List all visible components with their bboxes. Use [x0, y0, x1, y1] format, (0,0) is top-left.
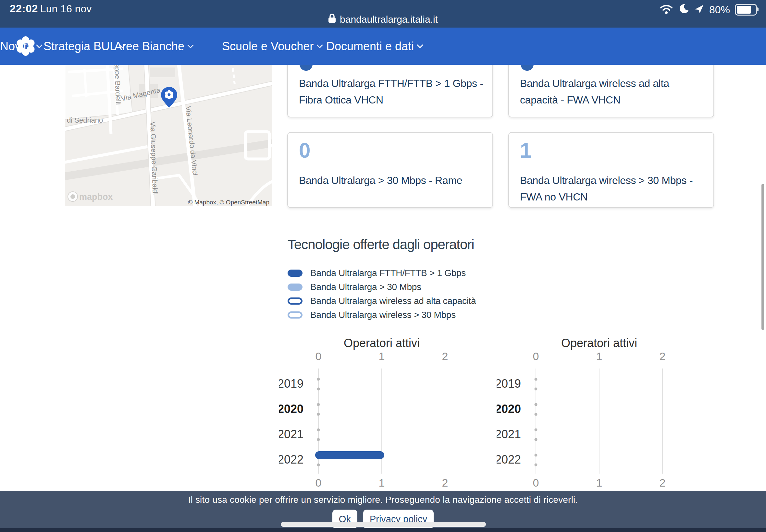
stat-number: 1 [520, 139, 532, 163]
address-bar[interactable]: bandaultralarga.italia.it [0, 13, 766, 25]
axis-tick-label: 2 [660, 477, 666, 489]
chart-zero-dot [535, 464, 538, 466]
operatori-attivi-chart-wireless: Operatori attivi0011222019202020212022 [497, 333, 698, 489]
url-text: bandaultralarga.italia.it [340, 14, 438, 25]
screen-bottom-edge [0, 528, 766, 532]
chart-zero-dot [535, 378, 538, 381]
main-navbar: Novità Strategia BUL Aree Bianche Scuole… [0, 28, 766, 65]
chart-zero-dot [317, 403, 320, 406]
nav-item-label: Documenti e dati [326, 40, 414, 53]
map-area-label: di Sedriano [67, 116, 103, 124]
chevron-down-icon [417, 42, 423, 48]
chart-title: Operatori attivi [561, 336, 637, 350]
year-label: 2021 [279, 428, 303, 441]
home-indicator [281, 522, 486, 527]
ipad-safari-screen: 22:02 Lun 16 nov 80% bandaultralarga.ita… [0, 0, 766, 532]
stat-card-rame: 0 Banda Ultralarga > 30 Mbps - Rame [287, 132, 493, 208]
legend-label: Banda Ultralarga FTTH/FTTB > 1 Gbps [310, 268, 466, 278]
nav-item-label: Aree Bianche [114, 40, 184, 53]
year-label: 2020 [497, 402, 521, 416]
chart-zero-dot [317, 464, 320, 466]
axis-tick-label: 0 [533, 477, 539, 489]
chart-zero-dot [535, 429, 538, 431]
chart-zero-dot [317, 388, 320, 391]
chart-zero-dot [535, 438, 538, 441]
legend-item-wireless-vhcn[interactable]: Banda Ultralarga wireless ad alta capaci… [287, 294, 476, 308]
chevron-down-icon [187, 42, 194, 48]
map-attribution: © Mapbox, © OpenStreetMap [188, 199, 269, 206]
axis-tick-label: 2 [660, 350, 666, 362]
legend-label: Banda Ultralarga > 30 Mbps [310, 282, 421, 292]
legend-swatch-outline-light [287, 311, 302, 319]
nav-item-label: Scuole e Voucher [222, 40, 313, 53]
chart-zero-dot [317, 438, 320, 441]
mapbox-logo: mapbox [68, 192, 113, 202]
chart-bar [315, 451, 384, 459]
nav-item-novita[interactable]: Novità [0, 28, 42, 65]
axis-tick-label: 1 [379, 350, 385, 362]
chart-zero-dot [317, 429, 320, 431]
svg-text:mapbox: mapbox [79, 192, 113, 202]
legend-swatch-solid-dark [287, 270, 302, 277]
year-label: 2022 [279, 453, 303, 466]
axis-tick-label: 1 [596, 477, 602, 489]
axis-tick-label: 1 [379, 477, 385, 489]
year-label: 2022 [497, 453, 521, 466]
axis-tick-label: 2 [442, 477, 448, 489]
cookie-message: Il sito usa cookie per offrire un serviz… [0, 495, 766, 505]
axis-tick-label: 2 [442, 350, 448, 362]
chart-zero-dot [535, 388, 538, 391]
legend-swatch-outline-dark [287, 297, 302, 305]
legend-item-ftth[interactable]: Banda Ultralarga FTTH/FTTB > 1 Gbps [287, 266, 476, 280]
chart-zero-dot [317, 413, 320, 416]
nav-item-label: Novità [0, 40, 33, 53]
legend-label: Banda Ultralarga wireless > 30 Mbps [310, 310, 456, 320]
chart-zero-dot [535, 454, 538, 457]
stat-card-label: Banda Ultralarga wireless > 30 Mbps - FW… [520, 172, 708, 205]
chart-zero-dot [535, 413, 538, 416]
location-map[interactable]: di Sedriano Via Giuseppe Bardelli Via Ma… [65, 65, 272, 206]
chevron-down-icon [36, 42, 43, 48]
lock-icon [328, 13, 336, 25]
axis-tick-label: 1 [596, 350, 602, 362]
year-label: 2019 [497, 377, 521, 390]
legend-swatch-solid-light [287, 284, 302, 291]
stat-card-fwa-no-vhcn: 1 Banda Ultralarga wireless > 30 Mbps - … [508, 132, 714, 208]
axis-tick-label: 0 [315, 350, 322, 362]
chart-zero-dot [317, 378, 320, 381]
chart-zero-dot [535, 403, 538, 406]
chart-title: Operatori attivi [344, 336, 420, 350]
nav-item-aree-bianche[interactable]: Aree Bianche [114, 28, 193, 65]
chevron-down-icon [316, 42, 323, 48]
legend-label: Banda Ultralarga wireless ad alta capaci… [310, 296, 476, 306]
operatori-attivi-chart-wired: Operatori attivi0011222019202020212022 [279, 333, 480, 489]
stat-number: 0 [299, 139, 310, 163]
nav-item-documenti-dati[interactable]: Documenti e dati [326, 28, 422, 65]
nav-item-label: Strategia BUL [43, 40, 116, 53]
axis-tick-label: 0 [315, 477, 322, 489]
year-label: 2021 [497, 428, 521, 441]
stat-card-label: Banda Ultralarga wireless ad alta capaci… [520, 75, 708, 108]
vertical-scrollbar[interactable] [761, 184, 764, 330]
stat-card-label: Banda Ultralarga > 30 Mbps - Rame [299, 172, 487, 189]
status-bar: 22:02 Lun 16 nov 80% bandaultralarga.ita… [0, 0, 766, 28]
chart-legend: Banda Ultralarga FTTH/FTTB > 1 Gbps Band… [287, 266, 476, 322]
nav-item-strategia-bul[interactable]: Strategia BUL [43, 28, 125, 65]
year-label: 2020 [279, 402, 303, 416]
stat-card-label: Banda Ultralarga FTTH/FTTB > 1 Gbps - Fi… [299, 75, 487, 108]
year-label: 2019 [279, 377, 303, 390]
legend-item-wireless-30mbps[interactable]: Banda Ultralarga wireless > 30 Mbps [287, 308, 476, 322]
axis-tick-label: 0 [533, 350, 539, 362]
section-title: Tecnologie offerte dagli operatori [287, 237, 474, 252]
legend-item-30mbps[interactable]: Banda Ultralarga > 30 Mbps [287, 280, 476, 294]
nav-item-scuole-voucher[interactable]: Scuole e Voucher [222, 28, 322, 65]
